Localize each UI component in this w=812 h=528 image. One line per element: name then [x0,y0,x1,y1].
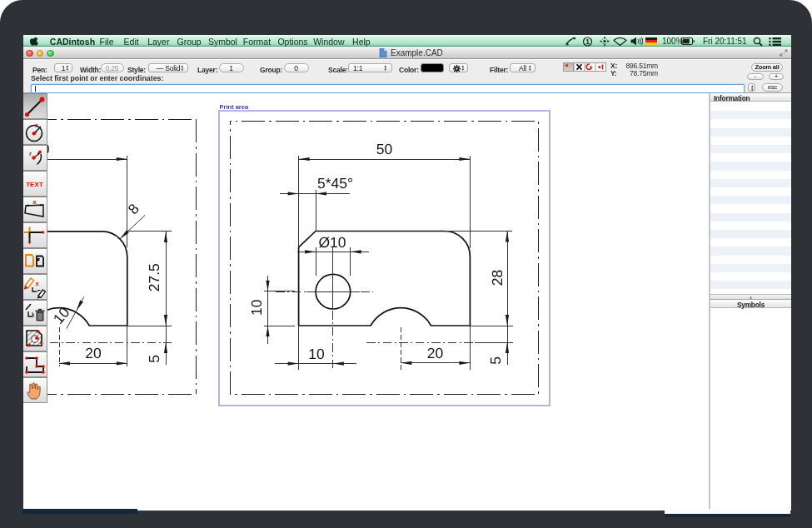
svg-text:x: x [36,280,40,287]
svg-text:5*45°: 5*45° [317,175,353,192]
svg-text:Ø10: Ø10 [318,234,346,251]
svg-text:5: 5 [146,355,162,363]
svg-text:28: 28 [489,270,506,286]
svg-text:Print area: Print area [220,103,249,111]
svg-text:10: 10 [248,299,265,316]
svg-text:1: 1 [585,37,590,46]
svg-text:50: 50 [47,141,50,157]
svg-text:5: 5 [487,356,504,365]
svg-text:20: 20 [427,345,444,361]
svg-text:r: r [29,150,32,157]
svg-text:27.5: 27.5 [146,263,162,291]
svg-text:20: 20 [85,345,102,361]
svg-text:TEXT: TEXT [26,181,43,188]
svg-text:50: 50 [376,141,393,157]
svg-text:10: 10 [308,346,325,362]
svg-text:x: x [32,198,37,206]
svg-text:r: r [35,122,37,129]
